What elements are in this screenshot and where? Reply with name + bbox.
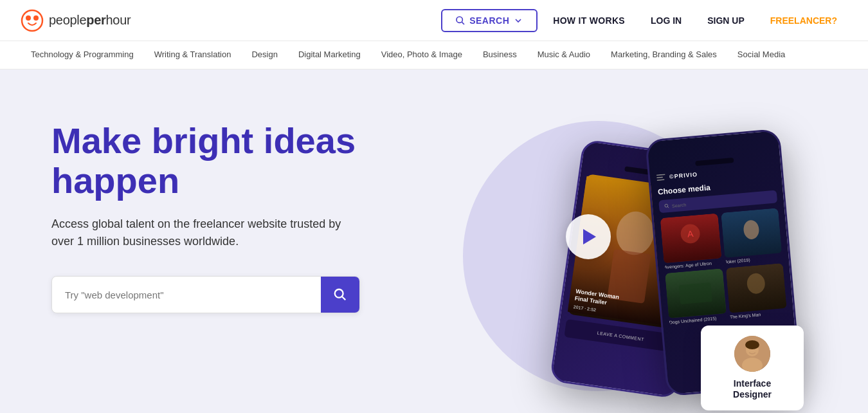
hero-illustration: Wonder WomanFinal Trailer 2017 · 2:52 LE… — [424, 108, 817, 413]
login-button[interactable]: LOG IN — [640, 10, 692, 31]
hero-search-input[interactable] — [52, 279, 321, 311]
nav-item-marketing[interactable]: Marketing, Branding & Sales — [601, 41, 727, 69]
header: peopleperhour SEARCH HOW IT WORKS LOG IN… — [0, 0, 868, 41]
phone-card-avengers: A Avengers: Age of Ultron — [660, 214, 722, 271]
svg-rect-21 — [679, 282, 712, 304]
svg-line-6 — [342, 297, 345, 300]
search-button[interactable]: SEARCH — [441, 9, 538, 32]
logo-text: peopleperhour — [49, 13, 131, 28]
svg-rect-11 — [656, 177, 663, 178]
play-button[interactable] — [566, 214, 611, 259]
phone-card-joker: Joker (2019) — [721, 208, 782, 265]
how-it-works-button[interactable]: HOW IT WORKS — [543, 10, 635, 31]
app-logo-text: ©PRIVIO — [669, 171, 698, 180]
svg-point-26 — [745, 340, 759, 349]
nav-item-music[interactable]: Music & Audio — [527, 41, 601, 69]
designer-avatar — [734, 336, 770, 372]
hero-search-submit[interactable] — [321, 277, 359, 313]
nav-item-writing[interactable]: Writing & Translation — [144, 41, 242, 69]
svg-rect-12 — [656, 179, 664, 181]
hero-subtitle: Access global talent on the freelancer w… — [51, 216, 347, 250]
svg-point-3 — [457, 17, 462, 23]
header-nav: SEARCH HOW IT WORKS LOG IN SIGN UP FREEL… — [441, 9, 847, 32]
menu-icon — [656, 174, 666, 181]
signup-button[interactable]: SIGN UP — [697, 10, 755, 31]
chevron-down-icon — [513, 15, 523, 26]
search-submit-icon — [333, 288, 347, 302]
designer-title: Interface Designer — [714, 378, 791, 400]
phone-card-dogs: Dogs Unchained (2015) — [665, 269, 727, 326]
nav-item-business[interactable]: Business — [473, 41, 527, 69]
nav-item-design[interactable]: Design — [241, 41, 287, 69]
phone-search-placeholder: Search — [672, 202, 687, 208]
hero-section: Make bright ideas happen Access global t… — [0, 69, 868, 413]
svg-point-2 — [33, 15, 39, 21]
nav-item-social[interactable]: Social Media — [727, 41, 795, 69]
hero-title: Make bright ideas happen — [51, 121, 424, 200]
nav-item-video[interactable]: Video, Photo & Image — [371, 41, 473, 69]
svg-point-13 — [665, 204, 668, 207]
nav-item-tech[interactable]: Technology & Programming — [21, 41, 144, 69]
svg-point-1 — [26, 15, 31, 21]
nav-item-digital-marketing[interactable]: Digital Marketing — [288, 41, 371, 69]
hero-search-bar — [51, 276, 360, 313]
designer-card: Interface Designer — [701, 326, 804, 410]
phone-search-icon — [664, 203, 670, 209]
search-icon — [455, 15, 466, 26]
category-nav: Technology & Programming Writing & Trans… — [0, 41, 868, 69]
logo-icon — [21, 9, 44, 32]
svg-line-4 — [462, 22, 464, 24]
phone-media-grid: A Avengers: Age of Ultron — [660, 208, 788, 326]
freelancer-button[interactable]: FREELANCER? — [760, 10, 847, 31]
svg-line-14 — [667, 206, 669, 208]
svg-point-0 — [22, 10, 42, 31]
svg-point-5 — [335, 289, 343, 298]
hero-content: Make bright ideas happen Access global t… — [51, 108, 424, 313]
phone-card-kings: The King's Man — [725, 263, 787, 320]
svg-rect-10 — [656, 174, 665, 176]
logo[interactable]: peopleperhour — [21, 9, 131, 32]
